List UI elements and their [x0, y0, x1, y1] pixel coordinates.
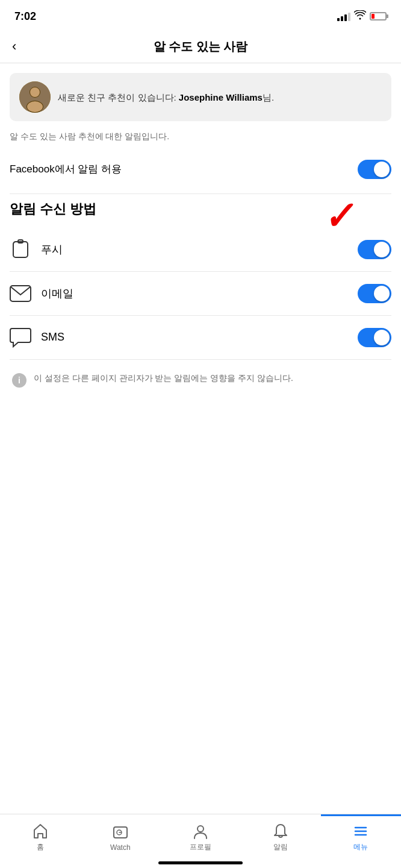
divider-email: [10, 315, 391, 316]
watch-icon: [112, 824, 129, 841]
nav-profile-label: 프로필: [190, 842, 211, 852]
push-left: 푸시: [10, 239, 63, 260]
push-toggle[interactable]: [358, 240, 391, 259]
email-icon: [10, 283, 31, 304]
notification-text: 새로운 친구 추천이 있습니다: Josephine Williams님.: [58, 91, 274, 104]
wifi-icon: [354, 10, 366, 22]
home-bar: [158, 861, 243, 864]
nav-notifications[interactable]: 알림: [241, 814, 321, 856]
divider-sms: [10, 359, 391, 360]
facebook-toggle-row: Facebook에서 알림 허용: [10, 155, 391, 184]
sms-row: SMS: [10, 318, 391, 357]
nav-menu-label: 메뉴: [353, 842, 368, 852]
bottom-nav: 홈 Watch 프로필 알림: [0, 814, 401, 868]
profile-icon: [192, 823, 209, 840]
active-nav-line: [321, 814, 401, 816]
email-row: 이메일: [10, 274, 391, 313]
status-time: 7:02: [14, 10, 36, 23]
email-toggle[interactable]: [358, 284, 391, 303]
email-label: 이메일: [41, 286, 73, 301]
push-label: 푸시: [41, 242, 63, 257]
info-row: i 이 설정은 다른 페이지 관리자가 받는 알림에는 영향을 주지 않습니다.: [10, 372, 391, 388]
menu-icon: [352, 823, 369, 840]
red-checkmark-annotation: ✓: [321, 198, 354, 236]
info-text: 이 설정은 다른 페이지 관리자가 받는 알림에는 영향을 주지 않습니다.: [34, 372, 293, 385]
divider-1: [10, 193, 391, 194]
nav-home-label: 홈: [37, 842, 44, 852]
sms-icon: [10, 327, 31, 348]
nav-watch-label: Watch: [110, 843, 131, 852]
status-icons: [337, 10, 387, 22]
sms-left: SMS: [10, 327, 64, 348]
svg-rect-7: [10, 286, 31, 301]
avatar: [19, 81, 51, 113]
header: ‹ 알 수도 있는 사람: [0, 30, 401, 63]
nav-profile[interactable]: 프로필: [160, 814, 240, 856]
nav-watch[interactable]: Watch: [80, 814, 160, 856]
svg-point-10: [197, 826, 204, 832]
status-bar: 7:02: [0, 0, 401, 30]
battery-icon: [370, 12, 387, 20]
divider-push: [10, 271, 391, 272]
back-button[interactable]: ‹: [12, 39, 36, 54]
notifications-icon: [272, 823, 289, 840]
svg-point-4: [27, 101, 43, 112]
email-left: 이메일: [10, 283, 73, 304]
sms-toggle[interactable]: [358, 328, 391, 347]
description-text: 알 수도 있는 사람 추천에 대한 알림입니다.: [10, 131, 391, 143]
home-icon: [32, 823, 49, 840]
facebook-toggle-label: Facebook에서 알림 허용: [10, 162, 122, 176]
svg-point-3: [30, 87, 40, 97]
nav-notifications-label: 알림: [273, 842, 288, 852]
info-icon: i: [12, 373, 26, 388]
push-icon: [10, 239, 31, 260]
svg-rect-5: [13, 242, 28, 257]
signal-icon: [337, 11, 350, 21]
page-title: 알 수도 있는 사람: [36, 39, 365, 55]
notification-card: 새로운 친구 추천이 있습니다: Josephine Williams님.: [10, 73, 391, 121]
sms-label: SMS: [41, 331, 64, 344]
facebook-toggle[interactable]: [358, 160, 391, 179]
nav-menu[interactable]: 메뉴: [321, 814, 401, 856]
nav-home[interactable]: 홈: [0, 814, 80, 856]
